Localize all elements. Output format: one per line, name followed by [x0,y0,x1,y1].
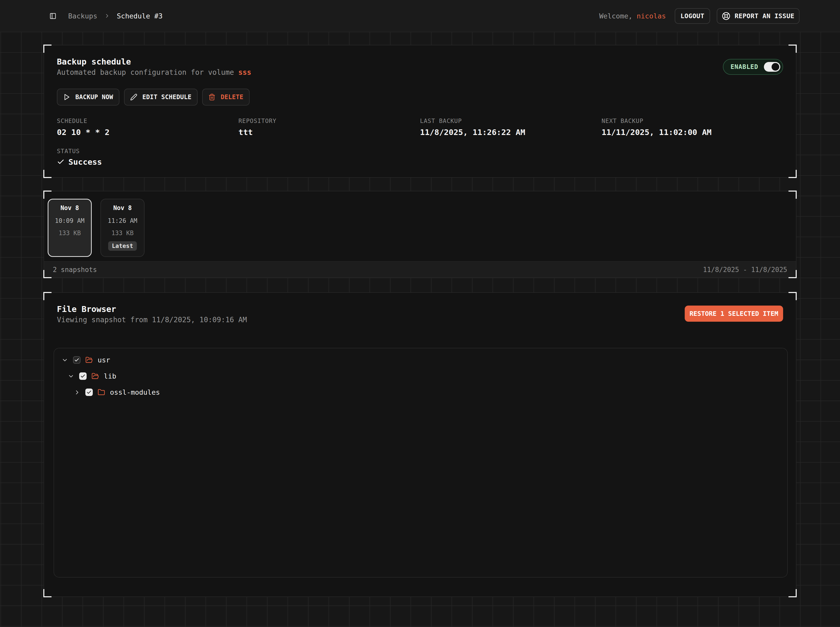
pencil-icon [130,93,137,101]
logout-label: LOGOUT [681,12,704,20]
backup-now-label: BACKUP NOW [75,93,113,101]
snapshots-panel: Nov 8 10:09 AM 133 KB Nov 8 11:26 AM 133… [44,191,796,278]
field-next-backup: NEXT BACKUP 11/11/2025, 11:02:00 AM [602,118,783,137]
snapshot-size: 133 KB [59,229,81,237]
tree-label-usr: usr [98,356,110,364]
corner-bracket [788,589,797,597]
snapshot-date-range: 11/8/2025 - 11/8/2025 [703,266,787,274]
header-left: Backups Schedule #3 [49,12,163,20]
snapshot-size: 133 KB [112,229,134,237]
latest-badge: Latest [108,241,137,251]
check-icon [57,158,65,166]
enabled-label: ENABLED [731,63,758,71]
checkbox-ossl-modules[interactable] [85,389,93,396]
file-browser-title: File Browser [57,304,783,314]
switch-knob [772,63,779,71]
restore-button[interactable]: RESTORE 1 SELECTED ITEM [685,306,783,322]
checkbox-usr[interactable] [73,356,81,364]
snapshot-card-selected[interactable]: Nov 8 10:09 AM 133 KB [48,199,92,257]
enabled-switch[interactable] [764,62,780,72]
snapshot-card-latest[interactable]: Nov 8 11:26 AM 133 KB Latest [101,199,145,257]
status-value: Success [57,157,783,167]
delete-button[interactable]: DELETE [202,88,249,106]
username: nicolas [637,12,666,20]
welcome-label: Welcome, [599,12,632,20]
schedule-subtitle: Automated backup configuration for volum… [57,68,783,77]
snapshots-footer: 2 snapshots 11/8/2025 - 11/8/2025 [44,261,796,277]
snapshot-cards: Nov 8 10:09 AM 133 KB Nov 8 11:26 AM 133… [44,191,796,261]
schedule-actions: BACKUP NOW EDIT SCHEDULE DELETE [57,88,783,106]
main-content: Backup schedule Automated backup configu… [0,32,840,627]
file-browser-panel: File Browser Viewing snapshot from 11/8/… [44,292,796,597]
tree-row-lib[interactable]: lib [62,368,782,384]
field-repository: REPOSITORY ttt [238,118,420,137]
sidebar-toggle-icon[interactable] [49,13,56,19]
snapshot-time: 10:09 AM [55,217,85,225]
play-icon [63,93,70,101]
subtitle-text: Automated backup configuration for volum… [57,68,238,77]
status-text: Success [68,157,102,167]
header-right: Welcome, nicolas LOGOUT REPORT AN ISSUE [599,8,799,24]
corner-bracket [43,170,52,178]
schedule-details: SCHEDULE 02 10 * * 2 REPOSITORY ttt LAST… [57,118,783,137]
delete-label: DELETE [221,93,243,101]
field-status: STATUS Success [57,148,783,167]
field-last-backup: LAST BACKUP 11/8/2025, 11:26:22 AM [420,118,602,137]
folder-open-icon [92,372,99,380]
schedule-title: Backup schedule [57,57,783,67]
trash-icon [208,93,216,101]
logout-button[interactable]: LOGOUT [675,8,710,24]
field-schedule: SCHEDULE 02 10 * * 2 [57,118,238,137]
chevron-down-icon[interactable] [62,357,68,364]
corner-bracket [43,44,52,53]
checkbox-lib[interactable] [79,372,87,380]
header: Backups Schedule #3 Welcome, nicolas LOG… [0,0,840,32]
page: Backups Schedule #3 Welcome, nicolas LOG… [0,0,840,627]
tree-row-usr[interactable]: usr [62,352,782,368]
snapshot-time: 11:26 AM [107,217,137,225]
life-buoy-icon [722,12,730,20]
tree-row-ossl-modules[interactable]: ossl-modules [62,384,782,400]
breadcrumb-backups[interactable]: Backups [68,12,97,20]
enabled-toggle[interactable]: ENABLED [723,59,783,75]
corner-bracket [43,589,52,597]
tree-label-lib: lib [104,372,116,380]
snapshot-count: 2 snapshots [53,266,97,274]
breadcrumb-current: Schedule #3 [117,12,163,20]
file-browser-header: File Browser Viewing snapshot from 11/8/… [44,293,796,324]
backup-schedule-panel: Backup schedule Automated backup configu… [44,45,796,178]
file-tree: usr lib [54,348,788,578]
chevron-right-icon[interactable] [74,389,81,396]
backup-now-button[interactable]: BACKUP NOW [57,88,119,106]
report-issue-label: REPORT AN ISSUE [735,12,794,20]
folder-open-icon [85,356,93,364]
chevron-down-icon[interactable] [68,373,74,380]
breadcrumb: Backups Schedule #3 [68,12,163,20]
corner-bracket [788,44,797,53]
welcome-text: Welcome, nicolas [599,12,666,20]
report-issue-button[interactable]: REPORT AN ISSUE [717,8,799,24]
snapshot-date: Nov 8 [113,204,132,212]
edit-schedule-label: EDIT SCHEDULE [142,93,192,101]
folder-icon [98,389,105,396]
tree-label-ossl-modules: ossl-modules [110,388,160,396]
corner-bracket [788,170,797,178]
chevron-right-icon [104,13,110,19]
volume-name: sss [238,68,251,77]
file-browser-subtitle: Viewing snapshot from 11/8/2025, 10:09:1… [57,315,783,324]
edit-schedule-button[interactable]: EDIT SCHEDULE [124,88,198,106]
snapshot-date: Nov 8 [60,204,79,212]
